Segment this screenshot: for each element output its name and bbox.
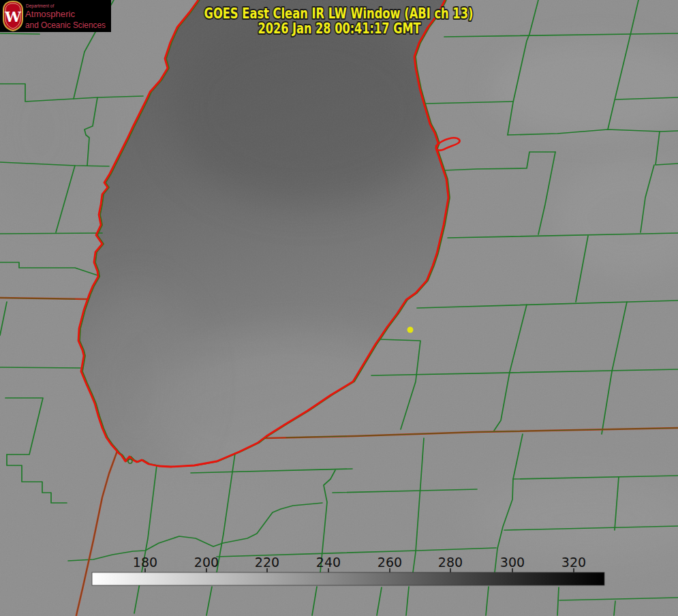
colorbar-tick-label: 240 (316, 555, 341, 570)
uw-aos-logo: W Department of Atmospheric and Oceanic … (0, 0, 111, 32)
crest-letter: W (4, 8, 21, 25)
colorbar-tick-label: 280 (438, 555, 463, 570)
logo-dept-line2: and Oceanic Sciences (25, 20, 106, 30)
station-marker-dot (407, 327, 414, 333)
county-line (0, 367, 80, 368)
logo-department-label: Department of (26, 3, 54, 9)
colorbar-tick-label: 260 (377, 555, 402, 570)
county-line (0, 33, 40, 34)
colorbar-tick-label: 180 (133, 555, 157, 570)
colorbar-tick-label: 200 (194, 555, 219, 570)
uw-crest-icon: W (3, 1, 22, 31)
colorbar-tick-label: 300 (500, 555, 525, 570)
colorbar-tick-label: 320 (561, 555, 586, 570)
satellite-map-image: 180 200 220 240 260 280 300 320 GOES Eas… (0, 0, 678, 616)
colorbar-gradient-strip (92, 572, 604, 585)
colorbar-tick-label: 220 (255, 555, 279, 570)
county-line (0, 233, 102, 234)
goes-satellite-viewer: 180 200 220 240 260 280 300 320 GOES Eas… (0, 0, 678, 616)
title-line2: 2026 Jan 28 00:41:17 GMT (258, 20, 421, 37)
logo-dept-line1: Atmospheric (25, 9, 75, 19)
image-noise-overlay (0, 0, 678, 616)
